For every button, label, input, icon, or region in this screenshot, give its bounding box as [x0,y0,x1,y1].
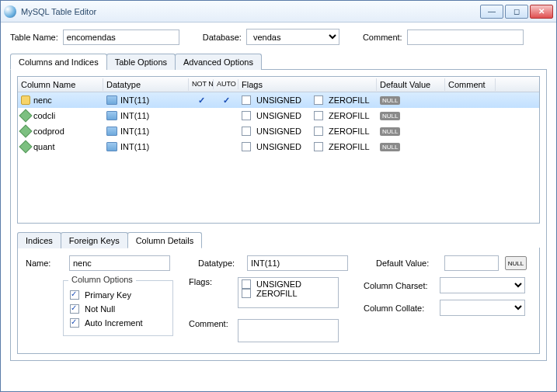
database-label: Database: [203,33,242,42]
comment-input[interactable] [407,29,524,45]
checkbox-icon [70,318,79,328]
key-icon [21,95,30,105]
detail-comment-label: Comment: [189,319,232,328]
hdr-flags[interactable]: Flags [238,78,377,91]
detail-datatype-label: Datatype: [198,258,241,268]
flag-zerofill-label: ZEROFILL [329,127,370,136]
flag-zerofill[interactable]: ZEROFILL [242,289,335,298]
null-badge: NULL [380,96,400,105]
column-options-group: Column Options Primary Key Not Null Auto… [63,280,173,336]
checkbox-icon [70,304,79,314]
flag-zerofill-label: ZEROFILL [329,111,370,120]
maximize-button[interactable]: ◻ [505,5,528,19]
close-button[interactable]: ✕ [530,5,553,19]
detail-name-input[interactable] [69,255,170,271]
datatype-icon [106,111,117,120]
detail-flags-label: Flags: [189,277,232,286]
table-name-label: Table Name: [10,33,58,42]
datatype-icon [106,127,117,136]
app-icon [4,5,16,18]
main-tabs: Columns and Indices Table Options Advanc… [10,53,547,70]
columns-grid: Column Name Datatype NOT NULL AUTO INC F… [17,76,540,224]
cell-datatype: INT(11) [120,95,149,105]
grid-header: Column Name Datatype NOT NULL AUTO INC F… [18,77,539,92]
cell-auto-inc: ✓ [217,95,235,106]
flag-unsigned-label: UNSIGNED [256,111,301,120]
checkbox-icon[interactable] [242,95,251,105]
checkbox-icon [242,279,251,289]
hdr-auto-inc[interactable]: AUTO INC [214,79,238,89]
column-icon [19,140,33,154]
cell-datatype: INT(11) [120,127,149,136]
checkbox-icon[interactable] [314,142,323,151]
cell-column-name: quant [33,142,55,151]
grid-body[interactable]: nencINT(11)✓✓UNSIGNEDZEROFILLNULLcodcliI… [18,92,539,223]
tab-columns-indices[interactable]: Columns and Indices [10,54,107,70]
table-name-input[interactable] [63,29,179,45]
detail-datatype-input[interactable] [247,255,348,271]
hdr-not-null[interactable]: NOT NULL [189,79,214,89]
cell-column-name: nenc [33,95,52,105]
cell-column-name: codprod [33,127,64,136]
top-fields-row: Table Name: Database: vendas Comment: [10,29,547,45]
table-row[interactable]: codprodINT(11)UNSIGNEDZEROFILLNULL [18,123,539,139]
flag-unsigned[interactable]: UNSIGNED [242,279,335,289]
database-select[interactable]: vendas [246,29,339,45]
detail-name-label: Name: [26,258,63,268]
cell-datatype: INT(11) [120,111,149,120]
checkbox-icon [242,289,251,298]
flag-unsigned-label: UNSIGNED [256,127,301,136]
hdr-datatype[interactable]: Datatype [103,78,189,91]
detail-default-input[interactable] [444,255,499,271]
checkbox-icon[interactable] [242,127,251,136]
checkbox-icon [70,290,79,300]
hdr-comment[interactable]: Comment [445,78,496,91]
column-options-legend: Column Options [68,275,136,284]
opt-not-null[interactable]: Not Null [70,304,166,314]
checkbox-icon[interactable] [242,111,251,120]
detail-collate-label: Column Collate: [364,304,433,313]
tab-foreign-keys[interactable]: Foreign Keys [61,232,128,248]
detail-comment-input[interactable] [238,319,339,342]
cell-datatype: INT(11) [120,142,149,151]
datatype-icon [106,142,117,151]
flags-box: UNSIGNED ZEROFILL [238,277,339,308]
checkbox-icon[interactable] [314,127,323,136]
sub-tabs: Indices Foreign Keys Column Details [17,231,540,248]
hdr-column-name[interactable]: Column Name [18,78,103,91]
flag-unsigned-label: UNSIGNED [256,142,301,151]
tab-column-details[interactable]: Column Details [127,232,203,248]
datatype-icon [106,95,117,105]
detail-charset-label: Column Charset: [364,281,433,290]
opt-auto-increment[interactable]: Auto Increment [70,318,166,328]
table-row[interactable]: nencINT(11)✓✓UNSIGNEDZEROFILLNULL [18,92,539,108]
hdr-default[interactable]: Default Value [377,78,445,91]
cell-not-null: ✓ [192,95,211,106]
tab-advanced-options[interactable]: Advanced Options [175,54,262,70]
title-bar: MySQL Table Editor — ◻ ✕ [1,1,556,23]
column-details-panel: Name: Datatype: Default Value: NULL Colu… [17,248,540,354]
null-badge: NULL [380,143,400,151]
column-icon [19,125,33,138]
flag-unsigned-label: UNSIGNED [256,95,301,105]
flag-zerofill-label: ZEROFILL [329,95,370,105]
flag-zerofill-label: ZEROFILL [329,142,370,151]
tab-indices[interactable]: Indices [17,232,61,248]
table-row[interactable]: quantINT(11)UNSIGNEDZEROFILLNULL [18,139,539,154]
detail-collate-select[interactable] [440,300,525,316]
null-badge: NULL [380,112,400,120]
checkbox-icon[interactable] [314,111,323,120]
columns-panel: Column Name Datatype NOT NULL AUTO INC F… [10,70,547,361]
table-row[interactable]: codcliINT(11)UNSIGNEDZEROFILLNULL [18,108,539,123]
cell-column-name: codcli [33,111,55,120]
tab-table-options[interactable]: Table Options [106,54,176,70]
minimize-button[interactable]: — [480,5,503,19]
detail-charset-select[interactable] [440,277,525,293]
checkbox-icon[interactable] [242,142,251,151]
detail-default-label: Default Value: [376,258,438,268]
null-badge: NULL [380,127,400,136]
comment-label: Comment: [363,33,402,42]
null-button[interactable]: NULL [505,256,527,270]
opt-primary-key[interactable]: Primary Key [70,290,166,300]
checkbox-icon[interactable] [314,95,323,105]
